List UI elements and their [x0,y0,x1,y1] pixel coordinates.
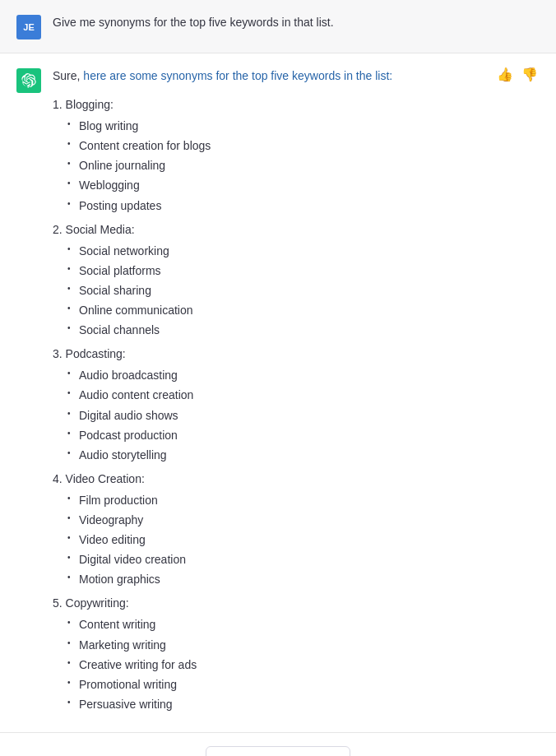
list-item: Film production [67,491,540,510]
chat-container: JE Give me synonyms for the top five key… [0,0,556,756]
ai-intro: Sure, here are some synonyms for the top… [53,67,540,86]
section-title-4: 4. Video Creation: [53,470,540,489]
list-item: Digital video creation [67,550,540,569]
user-initials: JE [23,22,34,32]
regenerate-button[interactable]: ↺ Regenerate response [206,746,350,756]
sub-list-3: Audio broadcastingAudio content creation… [53,366,540,464]
list-item: Podcast production [67,426,540,445]
sub-list-1: Blog writingContent creation for blogsOn… [53,117,540,215]
section-title-2: 2. Social Media: [53,220,540,239]
user-message-text: Give me synonyms for the top five keywor… [53,13,334,31]
list-item: Audio content creation [67,386,540,405]
list-item: Blog writing [67,117,540,136]
sub-list-4: Film productionVideographyVideo editingD… [53,491,540,589]
feedback-buttons: 👍 👎 [495,67,540,83]
user-avatar: JE [16,15,41,39]
regenerate-section: ↺ Regenerate response [0,733,556,756]
list-item: Marketing writing [67,636,540,655]
list-item: Videography [67,511,540,530]
list-item: Content creation for blogs [67,137,540,155]
list-item: Posting updates [67,197,540,216]
section-item-2: 2. Social Media:Social networkingSocial … [53,220,540,341]
ai-intro-plain: Sure, [53,69,83,82]
list-item: Creative writing for ads [67,656,540,675]
list-item: Motion graphics [67,570,540,589]
sub-list-2: Social networkingSocial platformsSocial … [53,242,540,340]
list-item: Persuasive writing [67,695,540,714]
ai-response-content: Sure, here are some synonyms for the top… [53,67,540,719]
list-item: Digital audio shows [67,406,540,425]
list-item: Social channels [67,321,540,340]
section-title-3: 3. Podcasting: [53,345,540,364]
list-item: Content writing [67,615,540,634]
list-item: Social platforms [67,262,540,281]
section-item-5: 5. Copywriting:Content writingMarketing … [53,594,540,714]
thumbs-down-button[interactable]: 👎 [520,67,540,83]
list-item: Audio storytelling [67,446,540,465]
thumbs-up-button[interactable]: 👍 [495,67,515,83]
chatgpt-logo-icon [21,73,36,88]
list-item: Online journaling [67,156,540,175]
list-item: Social sharing [67,281,540,300]
section-title-1: 1. Blogging: [53,95,540,114]
sub-list-5: Content writingMarketing writingCreative… [53,615,540,713]
section-item-1: 1. Blogging:Blog writingContent creation… [53,95,540,216]
list-item: Social networking [67,242,540,261]
list-item: Audio broadcasting [67,366,540,385]
synonyms-list: 1. Blogging:Blog writingContent creation… [53,95,540,714]
ai-intro-highlight: here are some synonyms for the top five … [83,69,392,82]
user-message: JE Give me synonyms for the top five key… [0,0,556,53]
list-item: Video editing [67,531,540,550]
section-item-3: 3. Podcasting:Audio broadcastingAudio co… [53,345,540,465]
list-item: Promotional writing [67,675,540,694]
section-item-4: 4. Video Creation:Film productionVideogr… [53,470,540,590]
ai-avatar [16,68,41,93]
section-title-5: 5. Copywriting: [53,594,540,613]
list-item: Weblogging [67,176,540,195]
list-item: Online communication [67,301,540,320]
ai-message: Sure, here are some synonyms for the top… [0,53,556,733]
